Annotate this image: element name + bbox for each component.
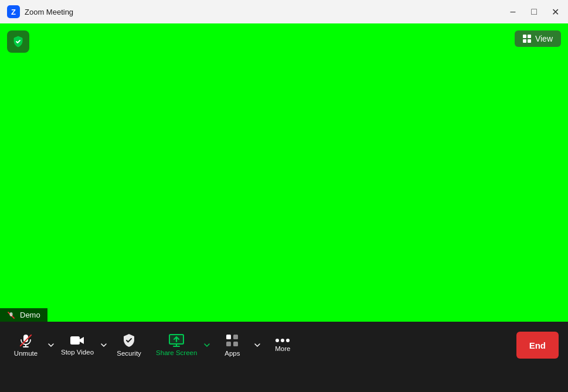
maximize-button[interactable]: □	[526, 4, 542, 20]
security-shield-icon	[123, 333, 135, 347]
meeting-video-area: View Demo	[0, 23, 568, 322]
apps-button[interactable]: Apps	[211, 325, 253, 366]
unmute-button[interactable]: Unmute	[5, 325, 47, 366]
security-icon-wrapper	[123, 333, 135, 347]
demo-label: Demo	[0, 308, 47, 322]
share-screen-group: Share Screen	[150, 322, 211, 369]
apps-icon	[225, 333, 239, 347]
minimize-button[interactable]: –	[505, 4, 521, 20]
window-title: Zoom Meeting	[25, 8, 73, 16]
mute-indicator-icon	[7, 311, 15, 319]
security-button[interactable]: Security	[108, 325, 150, 366]
security-label: Security	[117, 350, 141, 357]
share-screen-caret-icon	[204, 343, 210, 347]
apps-group: Apps	[211, 322, 261, 369]
svg-point-13	[276, 339, 279, 342]
app-logo: Z	[7, 5, 20, 18]
stop-video-group: Stop Video	[55, 322, 108, 369]
svg-rect-4	[70, 336, 80, 345]
apps-icon-wrapper	[225, 333, 239, 347]
share-screen-icon-wrapper	[169, 334, 184, 347]
window-controls: – □ ✕	[505, 4, 563, 20]
svg-rect-9	[226, 335, 231, 339]
end-button[interactable]: End	[516, 332, 559, 359]
unmute-caret-icon	[48, 343, 54, 347]
svg-point-14	[281, 339, 284, 342]
svg-point-15	[286, 339, 290, 342]
more-icon-wrapper	[275, 338, 290, 343]
security-group: Security	[108, 322, 150, 369]
unmute-caret-button[interactable]	[47, 325, 55, 366]
svg-rect-11	[226, 342, 231, 346]
toolbar: Unmute Stop Video	[0, 322, 568, 369]
stop-video-button[interactable]: Stop Video	[55, 325, 100, 366]
unmute-label: Unmute	[14, 350, 38, 357]
camera-icon-wrapper	[70, 335, 85, 346]
more-label: More	[275, 345, 290, 352]
more-group: More	[261, 322, 304, 369]
share-screen-label: Share Screen	[156, 349, 197, 356]
stop-video-caret-icon	[101, 343, 107, 347]
stop-video-label: Stop Video	[61, 349, 94, 356]
share-screen-icon	[169, 334, 184, 347]
share-screen-button[interactable]: Share Screen	[150, 325, 203, 366]
close-button[interactable]: ✕	[547, 4, 563, 20]
unmute-group: Unmute	[5, 322, 55, 369]
svg-rect-12	[233, 342, 238, 346]
logo-letter: Z	[11, 8, 16, 16]
shield-check-icon	[12, 35, 25, 48]
apps-caret-icon	[254, 343, 260, 347]
more-dots-icon	[275, 338, 290, 343]
grid-icon	[523, 35, 531, 43]
camera-icon	[70, 335, 85, 346]
toolbar-items: Unmute Stop Video	[5, 322, 516, 369]
more-button[interactable]: More	[261, 325, 304, 366]
title-bar: Z Zoom Meeting – □ ✕	[0, 0, 568, 23]
share-screen-caret-button[interactable]	[203, 325, 211, 366]
apps-caret-button[interactable]	[253, 325, 261, 366]
stop-video-caret-button[interactable]	[100, 325, 108, 366]
apps-label: Apps	[225, 350, 240, 357]
shield-badge	[7, 30, 29, 53]
mic-icon-wrapper	[19, 333, 32, 347]
demo-text: Demo	[20, 311, 40, 319]
svg-rect-10	[233, 335, 238, 339]
view-button[interactable]: View	[515, 30, 561, 47]
